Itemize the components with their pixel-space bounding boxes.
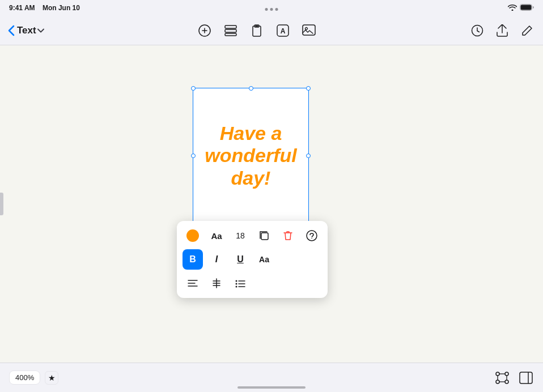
svg-rect-1 [521,5,532,10]
handle-top-middle[interactable] [249,86,253,91]
sidebar-handle[interactable] [0,193,3,215]
format-toolbar-popup: Aa 18 [177,221,328,298]
canvas-area[interactable]: Have a wonderful day! Aa 18 [0,45,543,363]
svg-rect-5 [225,33,236,36]
zoom-level[interactable]: 400% [9,370,40,385]
bold-button[interactable]: B [183,249,203,270]
back-button[interactable] [8,25,15,36]
svg-rect-4 [225,29,236,32]
bottom-right-icons [494,370,534,386]
svg-rect-8 [255,25,258,27]
layers-icon[interactable] [223,23,239,39]
annotation-icon[interactable] [197,23,213,39]
status-time: 9:41 AM Mon Jun 10 [9,4,80,12]
svg-point-16 [311,238,312,239]
svg-point-32 [496,380,499,384]
svg-point-24 [236,280,237,282]
text-box-container[interactable]: Have a wonderful day! [193,88,309,224]
color-picker-button[interactable] [183,225,203,246]
status-icons [508,4,534,12]
svg-point-12 [305,27,307,29]
svg-rect-14 [261,233,268,240]
svg-text:A: A [281,27,286,35]
svg-rect-3 [225,25,236,28]
align-left-button[interactable] [183,273,203,293]
clipboard-icon[interactable] [249,23,265,39]
favorites-button[interactable]: ★ [45,371,58,385]
svg-point-26 [236,283,237,285]
list-button[interactable] [230,273,251,293]
text-box[interactable]: Have a wonderful day! [193,88,309,224]
duplicate-button[interactable] [254,225,274,246]
edit-icon[interactable] [519,23,535,39]
panel-icon[interactable] [518,370,534,386]
nav-left: Text [8,25,44,36]
text-format-icon[interactable]: A [275,23,291,39]
svg-rect-38 [520,372,532,384]
nav-center-tools: A [197,23,317,39]
handle-top-left[interactable] [191,86,196,91]
handle-middle-right[interactable] [306,154,311,158]
svg-point-30 [496,372,499,376]
wifi-icon [508,4,517,12]
delete-button[interactable] [278,225,298,246]
color-swatch[interactable] [186,229,199,242]
font-select-button[interactable]: Aa [254,249,274,270]
share-icon[interactable] [494,23,510,39]
camera-dots [265,8,278,11]
svg-point-33 [505,380,508,384]
battery-icon [520,4,534,12]
handle-top-right[interactable] [306,86,311,91]
image-insert-icon[interactable] [301,23,317,39]
history-icon[interactable] [469,23,485,39]
text-box-content: Have a wonderful day! [199,122,303,189]
font-size-display[interactable]: 18 [230,225,251,246]
more-options-button[interactable] [302,225,322,246]
nav-bar: Text [0,16,543,45]
svg-rect-11 [303,25,315,35]
font-face-button[interactable]: Aa [206,225,227,246]
italic-button[interactable]: I [206,249,227,270]
svg-point-28 [236,286,237,288]
svg-point-31 [505,372,508,376]
nav-title: Text [17,25,44,36]
handle-middle-left[interactable] [191,154,196,158]
toolbar-align-row [183,273,322,293]
nav-right-actions [469,23,535,39]
toolbar-format-row: B I U Aa [183,249,322,270]
svg-point-15 [307,231,317,241]
home-indicator [237,386,306,389]
underline-button[interactable]: U [230,249,251,270]
center-justify-button[interactable] [206,273,227,293]
title-chevron-icon[interactable] [37,26,44,35]
arrange-icon[interactable] [494,370,510,386]
toolbar-top-row: Aa 18 [183,225,322,246]
